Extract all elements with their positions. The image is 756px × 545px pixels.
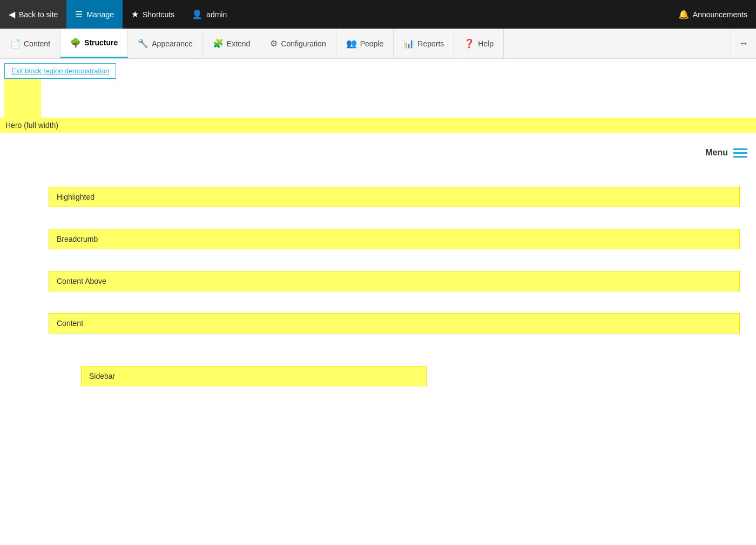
nav-help-label: Help — [478, 39, 494, 48]
nav-content[interactable]: 📄 Content — [0, 29, 60, 58]
spacer-4 — [0, 302, 756, 313]
admin-bar: ◀ Back to site ☰ Manage ★ Shortcuts 👤 ad… — [0, 0, 756, 29]
configuration-icon: ⚙ — [270, 38, 278, 49]
back-icon: ◀ — [9, 9, 15, 19]
spacer-2 — [0, 218, 756, 229]
exit-banner-area: Exit block region demonstration — [4, 63, 116, 118]
shortcuts-label: Shortcuts — [143, 10, 174, 19]
shortcuts-link[interactable]: ★ Shortcuts — [123, 0, 183, 29]
nav-collapse-button[interactable]: ↔ — [731, 29, 756, 58]
nav-people[interactable]: 👥 People — [336, 29, 394, 58]
manage-icon: ☰ — [75, 9, 83, 19]
nav-structure-label: Structure — [84, 38, 118, 47]
main-content: Highlighted Breadcrumb Content Above Con… — [0, 133, 756, 457]
extend-icon: 🧩 — [213, 38, 224, 49]
nav-appearance-label: Appearance — [152, 39, 193, 48]
content-icon: 📄 — [10, 38, 21, 49]
announcements-link[interactable]: 🔔 Announcements — [670, 0, 756, 29]
manage-label: Manage — [86, 10, 114, 19]
nav-reports[interactable]: 📊 Reports — [394, 29, 454, 58]
people-icon: 👥 — [346, 38, 357, 49]
back-to-site-link[interactable]: ◀ Back to site — [0, 0, 66, 29]
nav-appearance[interactable]: 🔧 Appearance — [128, 29, 203, 58]
content-above-region: Content Above — [49, 271, 740, 291]
nav-extend-label: Extend — [227, 39, 251, 48]
appearance-icon: 🔧 — [138, 38, 148, 49]
breadcrumb-region: Breadcrumb — [49, 229, 740, 249]
hero-region: Hero (full width) — [0, 118, 756, 133]
nav-configuration[interactable]: ⚙ Configuration — [260, 29, 336, 58]
spacer-3 — [0, 260, 756, 271]
shortcuts-icon: ★ — [131, 9, 139, 19]
help-icon: ❓ — [464, 38, 475, 49]
content-region: Content — [49, 313, 740, 333]
sidebar-region: Sidebar — [81, 366, 427, 386]
bell-icon: 🔔 — [678, 9, 689, 19]
announcements-label: Announcements — [693, 10, 747, 19]
admin-icon: 👤 — [192, 9, 202, 19]
nav-reports-label: Reports — [417, 39, 444, 48]
nav-content-label: Content — [24, 39, 50, 48]
spacer-1 — [0, 144, 756, 187]
admin-label: admin — [206, 10, 227, 19]
nav-configuration-label: Configuration — [281, 39, 326, 48]
nav-structure[interactable]: 🌳 Structure — [60, 29, 128, 58]
secondary-nav: 📄 Content 🌳 Structure 🔧 Appearance 🧩 Ext… — [0, 29, 756, 59]
manage-link[interactable]: ☰ Manage — [66, 0, 123, 29]
structure-icon: 🌳 — [70, 38, 81, 48]
admin-link[interactable]: 👤 admin — [183, 0, 235, 29]
highlighted-region: Highlighted — [49, 187, 740, 207]
yellow-box-indicator — [4, 79, 41, 118]
nav-people-label: People — [360, 39, 384, 48]
spacer-5 — [0, 344, 756, 366]
reports-icon: 📊 — [403, 38, 414, 49]
nav-extend[interactable]: 🧩 Extend — [203, 29, 261, 58]
back-to-site-label: Back to site — [19, 10, 58, 19]
nav-help[interactable]: ❓ Help — [454, 29, 504, 58]
exit-block-region-link[interactable]: Exit block region demonstration — [4, 63, 116, 79]
